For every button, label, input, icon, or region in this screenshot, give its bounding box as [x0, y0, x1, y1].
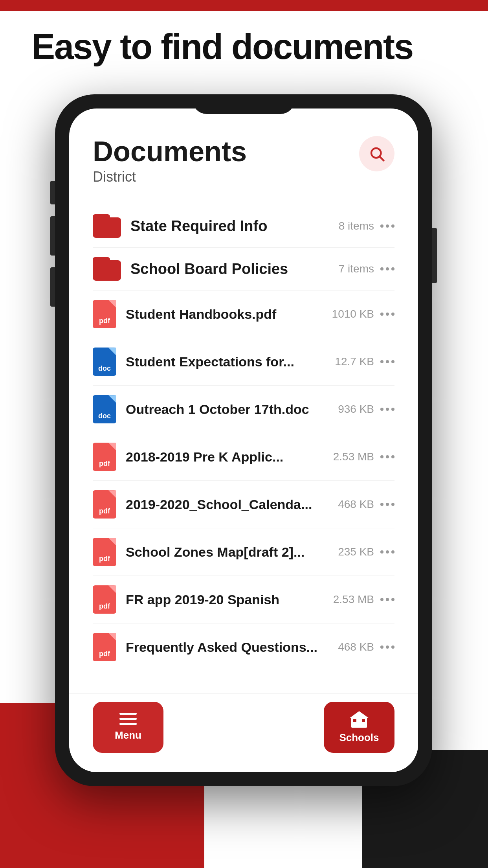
pdf-icon-student-handbooks: pdf [93, 300, 116, 328]
file-size-5: 235 KB [338, 546, 374, 558]
pdf-icon-prek: pdf [93, 443, 116, 471]
dot [391, 408, 394, 411]
file-info-0: Student Handbooks.pdf [126, 307, 324, 322]
folder-count-policies: 7 items [339, 263, 374, 275]
dot [391, 360, 394, 363]
schools-button[interactable]: Schools [324, 702, 394, 753]
bg-top-bar [0, 0, 488, 11]
folder-more-state[interactable] [380, 224, 394, 228]
file-name-0: Student Handbooks.pdf [126, 307, 324, 322]
dot [380, 455, 383, 458]
menu-icon [119, 713, 137, 725]
phone-btn-mute [50, 181, 55, 204]
file-name-2: Outreach 1 October 17th.doc [126, 402, 330, 417]
dot [391, 645, 394, 649]
phone-btn-power [432, 228, 437, 283]
doc-label: doc [98, 364, 111, 373]
folder-name-state: State Required Info [130, 218, 331, 235]
file-school-zones-map[interactable]: pdf School Zones Map[draft 2]... 235 KB [93, 528, 394, 576]
folder-count-state: 8 items [339, 220, 374, 232]
page-headline: Easy to find documents [31, 28, 413, 66]
dot [386, 408, 389, 411]
folder-school-board-policies[interactable]: School Board Policies 7 items [93, 248, 394, 291]
file-size-2: 936 KB [338, 403, 374, 416]
file-school-calendar[interactable]: pdf 2019-2020_School_Calenda... 468 KB [93, 481, 394, 528]
file-prek-applic[interactable]: pdf 2018-2019 Pre K Applic... 2.53 MB [93, 433, 394, 481]
svg-rect-9 [362, 719, 365, 722]
file-size-1: 12.7 KB [335, 355, 374, 368]
dot [391, 598, 394, 601]
dot [391, 455, 394, 458]
file-student-expectations[interactable]: doc Student Expectations for... 12.7 KB [93, 338, 394, 386]
phone-notch [193, 94, 295, 114]
phone-btn-vol-down [50, 267, 55, 307]
file-info-7: Frequently Asked Questions... [126, 640, 330, 655]
folder-name-policies: School Board Policies [130, 261, 331, 278]
file-more-4[interactable] [380, 503, 394, 506]
app-content: Documents District [69, 108, 418, 693]
pdf-icon-faq: pdf [93, 633, 116, 661]
file-student-handbooks[interactable]: pdf Student Handbooks.pdf 1010 KB [93, 291, 394, 338]
file-size-4: 468 KB [338, 498, 374, 511]
pdf-icon-fr-app: pdf [93, 585, 116, 614]
dot [386, 598, 389, 601]
search-button[interactable] [359, 136, 394, 171]
dot [380, 224, 383, 228]
svg-rect-3 [119, 718, 137, 720]
pdf-label: pdf [99, 555, 110, 563]
file-name-5: School Zones Map[draft 2]... [126, 544, 330, 560]
dot [391, 313, 394, 316]
file-size-6: 2.53 MB [333, 593, 374, 606]
svg-rect-8 [353, 719, 356, 722]
dot [380, 313, 383, 316]
file-name-6: FR app 2019-20 Spanish [126, 592, 325, 607]
phone-frame: Documents District [55, 94, 432, 786]
file-outreach[interactable]: doc Outreach 1 October 17th.doc 936 KB [93, 386, 394, 433]
pdf-label: pdf [99, 317, 110, 325]
phone-mockup: Documents District [55, 94, 432, 786]
title-block: Documents District [93, 136, 247, 185]
folder-info-policies: School Board Policies [130, 261, 331, 278]
pdf-icon-zones: pdf [93, 538, 116, 566]
file-size-0: 1010 KB [332, 308, 374, 320]
file-more-2[interactable] [380, 408, 394, 411]
schools-icon [349, 710, 369, 728]
file-more-3[interactable] [380, 455, 394, 458]
doc-label: doc [98, 412, 111, 420]
schools-label: Schools [339, 732, 379, 744]
dot [380, 267, 383, 270]
dot [391, 503, 394, 506]
dot [380, 503, 383, 506]
svg-rect-4 [119, 723, 137, 725]
file-fr-app-spanish[interactable]: pdf FR app 2019-20 Spanish 2.53 MB [93, 576, 394, 623]
file-more-6[interactable] [380, 598, 394, 601]
dot [386, 550, 389, 554]
file-info-2: Outreach 1 October 17th.doc [126, 402, 330, 417]
dot [386, 360, 389, 363]
folder-more-policies[interactable] [380, 267, 394, 270]
file-info-6: FR app 2019-20 Spanish [126, 592, 325, 607]
file-info-5: School Zones Map[draft 2]... [126, 544, 330, 560]
menu-button[interactable]: Menu [93, 702, 163, 753]
dot [386, 455, 389, 458]
file-more-1[interactable] [380, 360, 394, 363]
app-subtitle: District [93, 169, 247, 185]
dot [380, 598, 383, 601]
app-title: Documents [93, 136, 247, 167]
document-list: State Required Info 8 items [93, 205, 394, 693]
dot [380, 360, 383, 363]
doc-icon-student-expectations: doc [93, 348, 116, 376]
folder-state-required-info[interactable]: State Required Info 8 items [93, 205, 394, 248]
svg-rect-7 [356, 721, 362, 728]
file-faq[interactable]: pdf Frequently Asked Questions... 468 KB [93, 623, 394, 671]
doc-icon-outreach: doc [93, 395, 116, 423]
phone-btn-vol-up [50, 216, 55, 256]
file-info-1: Student Expectations for... [126, 354, 327, 370]
file-more-0[interactable] [380, 313, 394, 316]
dot [386, 645, 389, 649]
dot [391, 550, 394, 554]
file-name-7: Frequently Asked Questions... [126, 640, 330, 655]
svg-marker-6 [349, 711, 369, 718]
file-more-7[interactable] [380, 645, 394, 649]
file-more-5[interactable] [380, 550, 394, 554]
